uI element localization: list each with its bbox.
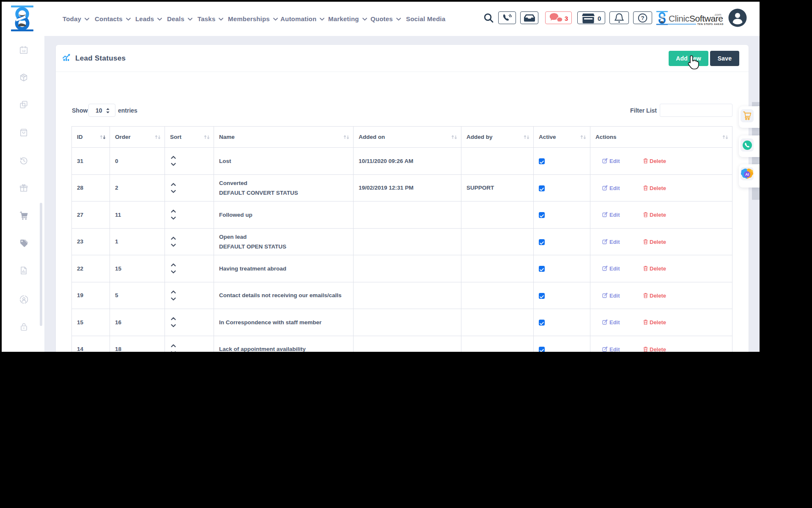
- svg-text:12: 12: [22, 49, 25, 53]
- svg-text:AI: AI: [745, 172, 749, 177]
- svg-text:?: ?: [641, 15, 645, 21]
